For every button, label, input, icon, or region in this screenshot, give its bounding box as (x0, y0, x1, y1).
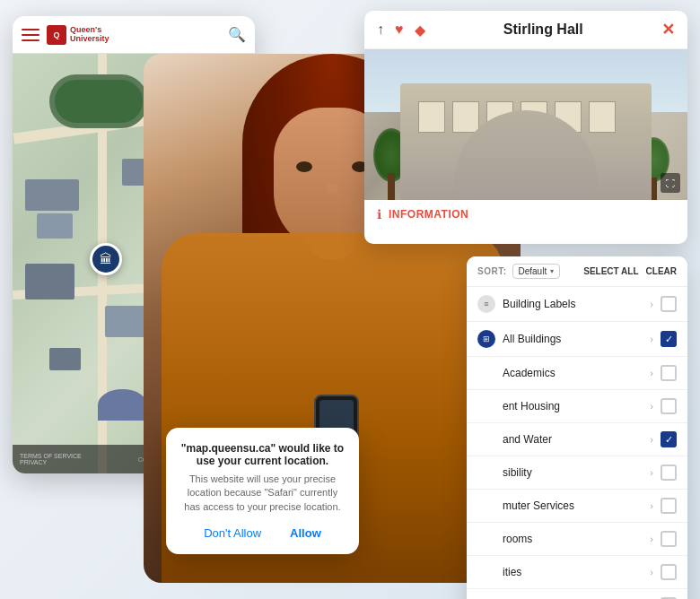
category-checkbox[interactable] (661, 296, 677, 312)
clear-button[interactable]: CLEAR (646, 266, 677, 276)
close-button[interactable]: ✕ (661, 20, 675, 39)
select-all-button[interactable]: SELECT ALL (583, 266, 638, 276)
building-window-2 (452, 101, 479, 133)
category-list-item[interactable]: ent Housing › (467, 390, 687, 423)
fullscreen-button[interactable]: ⛶ (661, 173, 680, 193)
athletic-track (49, 74, 148, 128)
chevron-right-icon: › (650, 299, 653, 309)
chevron-right-icon: › (650, 534, 653, 544)
category-item-right: › (650, 531, 677, 547)
privacy-text[interactable]: PRIVACY (20, 459, 82, 465)
building-window-6 (589, 101, 616, 133)
hamburger-menu-button[interactable] (22, 29, 39, 41)
campus-building-round (98, 389, 147, 421)
category-item-left: rooms (477, 533, 532, 545)
category-list-item[interactable]: muter Services › (467, 490, 687, 523)
category-item-right: › (650, 398, 677, 414)
campus-building-1 (25, 179, 79, 211)
stirling-header: ↑ ♥ ◆ Stirling Hall ✕ (364, 11, 687, 49)
map-footer-text: TERMS OF SERVICE PRIVACY (20, 453, 82, 465)
category-checkbox[interactable]: ✓ (661, 431, 677, 447)
campus-building-2 (37, 213, 73, 239)
category-item-name: ent Housing (503, 400, 560, 412)
dialog-description: This website will use your precise locat… (180, 473, 345, 514)
share-icon[interactable]: ↑ (377, 22, 384, 38)
building-window-1 (418, 101, 445, 133)
category-list-item[interactable]: ⊞ All Buildings › ✓ (467, 322, 687, 357)
dialog-site-name: "map.queensu.ca" would like to use your … (180, 442, 345, 467)
information-label: INFORMATION (389, 208, 468, 221)
queens-crest-icon: Q (47, 25, 66, 45)
stirling-image: ⛶ (364, 49, 687, 200)
sort-label: SORT: (477, 266, 507, 276)
category-items-list: ≡ Building Labels › ⊞ All Buildings › ✓ … (467, 287, 687, 599)
queens-logo: Q Queen'sUniversity (47, 25, 109, 45)
category-item-left: ent Housing (477, 400, 560, 412)
category-sort-row: SORT: Default ▾ SELECT ALL CLEAR (467, 256, 687, 287)
campus-building-3 (25, 264, 74, 300)
allow-button[interactable]: Allow (290, 526, 321, 540)
chevron-right-icon: › (650, 334, 653, 344)
category-checkbox[interactable] (661, 398, 677, 414)
category-list-item[interactable]: rooms › (467, 523, 687, 556)
marker-icon: 🏛 (90, 243, 122, 275)
category-item-left: sibility (477, 466, 532, 479)
category-checkbox[interactable] (661, 531, 677, 547)
stirling-header-actions: ↑ ♥ ◆ (377, 22, 425, 39)
category-item-left: Academics (477, 367, 556, 379)
category-item-right: › (650, 296, 677, 312)
category-item-name: Academics (503, 367, 556, 379)
stirling-info-bar[interactable]: ℹ INFORMATION (364, 200, 687, 229)
category-item-name: Building Labels (503, 298, 575, 310)
category-item-right: › (650, 564, 677, 580)
dialog-actions: Don't Allow Allow (180, 526, 345, 540)
sort-controls: SORT: Default ▾ (477, 264, 560, 279)
stirling-hall-panel: ↑ ♥ ◆ Stirling Hall ✕ (364, 11, 687, 244)
chevron-right-icon: › (650, 567, 653, 577)
favorite-icon[interactable]: ♥ (395, 22, 404, 38)
category-list-item[interactable]: sibility › (467, 456, 687, 490)
map-header-left: Q Queen'sUniversity (22, 25, 109, 45)
category-checkbox[interactable]: ✓ (661, 331, 677, 347)
chevron-right-icon: › (650, 467, 653, 478)
chevron-right-icon: › (650, 368, 653, 378)
category-item-left: ≡ Building Labels (477, 295, 575, 313)
search-icon[interactable]: 🔍 (228, 26, 246, 43)
category-dot-icon: ⊞ (477, 330, 495, 348)
category-list-item[interactable]: ities › (467, 556, 687, 589)
stirling-title: Stirling Hall (425, 22, 662, 38)
campus-building-6 (49, 348, 81, 370)
category-item-name: sibility (503, 466, 532, 479)
category-checkbox[interactable] (661, 498, 677, 514)
chevron-right-icon: › (650, 401, 653, 412)
category-item-name: All Buildings (503, 333, 561, 345)
category-item-left: and Water (477, 433, 552, 446)
category-item-right: › ✓ (650, 331, 677, 347)
category-item-name: and Water (503, 433, 552, 446)
route-icon[interactable]: ◆ (415, 22, 425, 39)
category-checkbox[interactable] (661, 564, 677, 580)
location-marker[interactable]: 🏛 (90, 243, 122, 275)
category-item-left: muter Services (477, 499, 574, 512)
terms-of-service-text[interactable]: TERMS OF SERVICE (20, 453, 82, 459)
category-checkbox[interactable] (661, 464, 677, 481)
category-dot-icon: ≡ (477, 295, 495, 313)
queens-name-text: Queen'sUniversity (70, 26, 109, 44)
category-item-left: ⊞ All Buildings (477, 330, 561, 348)
category-list-item[interactable]: Academics › (467, 357, 687, 390)
category-item-right: › (650, 464, 677, 481)
category-list-item[interactable]: ≡ Building Labels › (467, 287, 687, 322)
category-actions: SELECT ALL CLEAR (583, 266, 677, 276)
category-list-item[interactable]: neutral Facilities › (467, 589, 687, 599)
sort-dropdown[interactable]: Default ▾ (512, 264, 561, 279)
category-item-name: ities (503, 566, 521, 578)
category-list-item[interactable]: and Water › ✓ (467, 423, 687, 456)
category-item-name: rooms (503, 533, 532, 545)
category-checkbox[interactable] (661, 365, 677, 381)
category-item-name: muter Services (503, 499, 574, 512)
category-item-right: › (650, 365, 677, 381)
dont-allow-button[interactable]: Don't Allow (204, 526, 261, 540)
category-panel: SORT: Default ▾ SELECT ALL CLEAR ≡ Build… (467, 256, 687, 599)
category-item-right: › ✓ (650, 431, 677, 447)
category-item-right: › (650, 498, 677, 514)
